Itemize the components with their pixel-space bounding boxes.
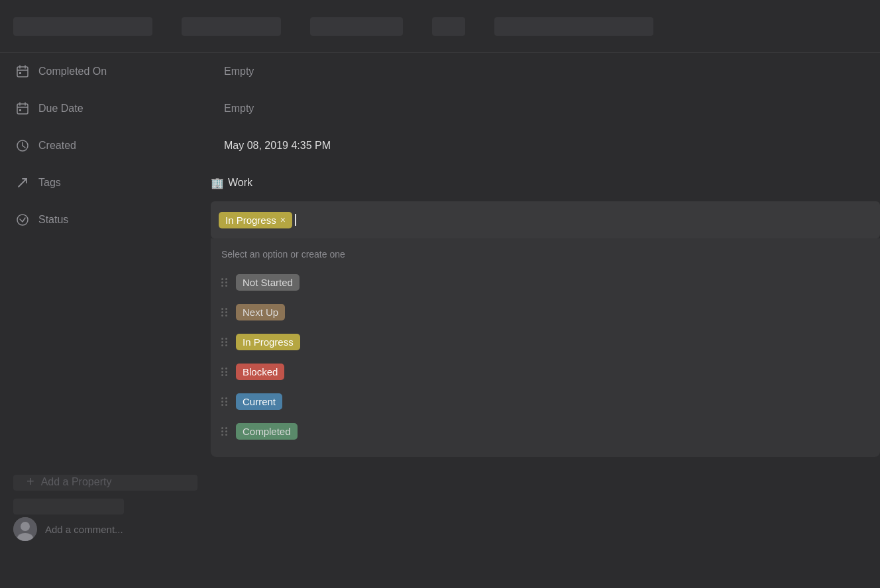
svg-rect-4	[19, 72, 21, 74]
tags-value: 🏢 Work	[211, 169, 880, 197]
drag-handle-blocked	[221, 368, 228, 376]
dropdown-hint: Select an option or create one	[211, 249, 880, 268]
option-completed-badge: Completed	[236, 423, 298, 440]
due-date-icon	[13, 99, 32, 118]
due-date-label: Due Date	[38, 103, 118, 115]
completed-on-row[interactable]: Completed On Empty	[0, 53, 880, 90]
top-bar-block-3	[310, 17, 403, 36]
created-left: Created	[0, 128, 211, 163]
option-in-progress-badge: In Progress	[236, 334, 300, 350]
option-current-badge: Current	[236, 393, 282, 410]
svg-line-12	[23, 146, 25, 148]
status-row[interactable]: Status In Progress × Select an option or…	[0, 201, 880, 457]
status-current-badge: In Progress ×	[219, 212, 292, 228]
drag-handle-completed	[221, 427, 228, 436]
drag-handle-in-progress	[221, 338, 228, 346]
due-date-left: Due Date	[0, 91, 211, 126]
option-next-up-badge: Next Up	[236, 304, 285, 320]
top-bar-block-5	[494, 17, 653, 36]
drag-handle-current	[221, 397, 228, 406]
created-value: May 08, 2019 4:35 PM	[211, 132, 880, 160]
completed-on-value: Empty	[211, 58, 880, 85]
completed-on-left: Completed On	[0, 54, 211, 89]
created-icon	[13, 136, 32, 155]
option-current[interactable]: Current	[211, 387, 880, 416]
top-bar-block-4	[432, 17, 465, 36]
option-next-up[interactable]: Next Up	[211, 297, 880, 327]
completed-on-icon	[13, 62, 32, 81]
option-blocked-badge: Blocked	[236, 364, 284, 380]
option-not-started-badge: Not Started	[236, 274, 300, 291]
tags-left: Tags	[0, 166, 211, 200]
bottom-block-2	[13, 499, 124, 514]
bottom-block-1	[13, 475, 197, 491]
status-current-label: In Progress	[225, 215, 276, 226]
svg-point-16	[17, 215, 28, 225]
created-label: Created	[38, 140, 118, 152]
text-cursor	[295, 214, 296, 226]
status-input-area[interactable]: In Progress ×	[211, 201, 880, 238]
top-bar	[0, 0, 880, 53]
option-completed[interactable]: Completed	[211, 416, 880, 446]
top-bar-block-2	[182, 17, 281, 36]
tags-label: Tags	[38, 177, 118, 189]
svg-point-18	[21, 522, 30, 531]
tags-row[interactable]: Tags 🏢 Work	[0, 164, 880, 201]
status-icon	[13, 211, 32, 229]
due-date-row[interactable]: Due Date Empty	[0, 90, 880, 127]
bottom-placeholder-blocks	[0, 475, 211, 522]
tags-icon	[13, 173, 32, 192]
comment-placeholder[interactable]: Add a comment...	[45, 524, 123, 535]
tag-building-icon: 🏢	[211, 177, 224, 189]
option-blocked[interactable]: Blocked	[211, 357, 880, 387]
option-not-started[interactable]: Not Started	[211, 268, 880, 297]
drag-handle-not-started	[221, 278, 228, 287]
status-remove-button[interactable]: ×	[280, 215, 286, 225]
created-row[interactable]: Created May 08, 2019 4:35 PM	[0, 127, 880, 164]
option-in-progress[interactable]: In Progress	[211, 327, 880, 357]
svg-line-13	[19, 179, 27, 187]
top-bar-block-1	[13, 17, 152, 36]
status-label: Status	[38, 214, 118, 226]
status-dropdown-container: In Progress × Select an option or create…	[211, 201, 880, 457]
status-left: Status	[0, 201, 211, 237]
properties-panel: Completed On Empty Due Date Empty	[0, 53, 880, 549]
svg-rect-0	[17, 67, 28, 77]
drag-handle-next-up	[221, 308, 228, 317]
due-date-value: Empty	[211, 95, 880, 122]
svg-rect-5	[17, 104, 28, 114]
tag-text: Work	[228, 177, 252, 189]
completed-on-label: Completed On	[38, 66, 118, 77]
status-dropdown-panel: Select an option or create one Not Start…	[211, 238, 880, 457]
svg-rect-9	[19, 109, 21, 111]
